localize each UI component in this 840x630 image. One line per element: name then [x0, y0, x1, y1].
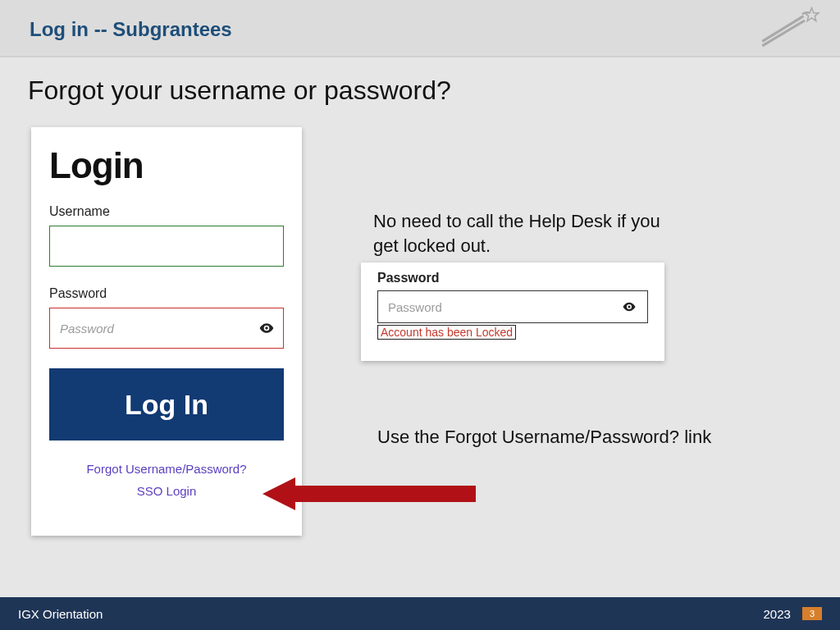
page-heading: Forgot your username or password? — [28, 75, 451, 106]
eye-icon[interactable] — [258, 319, 276, 337]
account-locked-message: Account has been Locked — [377, 325, 516, 340]
password-label: Password — [49, 286, 284, 301]
login-panel: Login Username Password Log In Forgot Us… — [31, 127, 302, 536]
logo-icon — [758, 7, 824, 51]
help-text-use-link: Use the Forgot Username/Password? link — [377, 425, 722, 450]
header-title: Log in -- Subgrantees — [30, 18, 232, 41]
page-number-badge: 3 — [802, 607, 822, 620]
help-text-no-call: No need to call the Help Desk if you get… — [373, 209, 685, 258]
username-input-wrap — [49, 226, 284, 267]
password-input[interactable] — [49, 308, 284, 349]
footer-right: 2023 3 — [764, 607, 823, 621]
footer-year: 2023 — [764, 607, 791, 621]
lock-password-input[interactable] — [377, 290, 648, 323]
header-bar: Log in -- Subgrantees — [0, 0, 840, 57]
footer: IGX Orientation 2023 3 — [0, 597, 840, 630]
svg-marker-0 — [805, 8, 819, 21]
locked-account-inset: Password Account has been Locked — [361, 262, 664, 361]
footer-left: IGX Orientation — [18, 607, 103, 621]
forgot-link[interactable]: Forgot Username/Password? — [86, 462, 246, 476]
password-input-wrap — [49, 308, 284, 349]
eye-icon[interactable] — [620, 298, 638, 316]
username-label: Username — [49, 204, 284, 219]
sso-login-link[interactable]: SSO Login — [137, 484, 197, 498]
lock-password-label: Password — [377, 271, 648, 285]
username-input[interactable] — [49, 226, 284, 267]
login-title: Login — [49, 145, 284, 186]
slide: Log in -- Subgrantees Forgot your userna… — [0, 0, 840, 630]
login-button[interactable]: Log In — [49, 368, 284, 441]
